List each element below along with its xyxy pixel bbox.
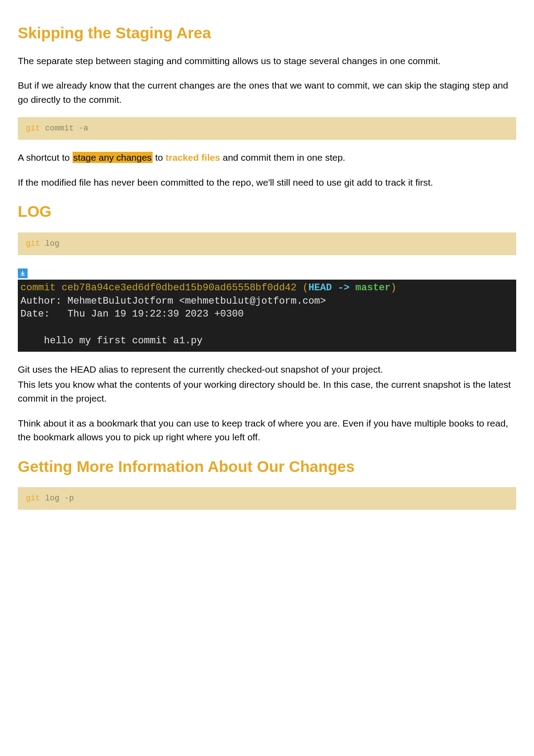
text: and commit them in one step.	[220, 152, 345, 163]
paragraph: If the modified file has never been comm…	[18, 175, 516, 190]
heading-skipping-staging: Skipping the Staging Area	[18, 21, 516, 45]
bold-text: tracked files	[166, 152, 220, 163]
code-block-git-log-p: git log -p	[18, 487, 516, 510]
code-keyword: git	[26, 494, 40, 503]
paragraph: This lets you know what the contents of …	[18, 378, 516, 406]
text: to	[153, 152, 166, 163]
code-block-git-log: git log	[18, 232, 516, 255]
terminal-output: commit ceb78a94ce3ed6df0dbed15b90ad65558…	[18, 280, 516, 352]
highlighted-text: stage any changes	[73, 152, 153, 163]
paragraph: But if we already know that the current …	[18, 78, 516, 106]
terminal-head-ref: HEAD ->	[308, 282, 356, 293]
terminal-line-author: Author: MehmetBulutJotform <mehmetbulut@…	[20, 296, 326, 307]
terminal-paren: (	[297, 282, 308, 293]
code-keyword: git	[26, 124, 40, 133]
paragraph: Git uses the HEAD alias to represent the…	[18, 362, 516, 377]
terminal-line-message: hello my first commit a1.py	[20, 335, 202, 346]
terminal-branch: master	[356, 282, 391, 293]
heading-log: LOG	[18, 200, 516, 224]
download-icon[interactable]	[18, 268, 28, 278]
terminal-paren: )	[391, 282, 396, 293]
heading-more-info: Getting More Information About Our Chang…	[18, 455, 516, 479]
terminal-line-commit: commit ceb78a94ce3ed6df0dbed15b90ad65558…	[20, 282, 297, 293]
code-keyword: git	[26, 239, 40, 248]
paragraph: Think about it as a bookmark that you ca…	[18, 416, 516, 444]
code-block-git-commit-a: git commit -a	[18, 117, 516, 140]
code-text: log -p	[40, 494, 74, 503]
terminal-line-date: Date: Thu Jan 19 19:22:39 2023 +0300	[20, 309, 244, 320]
code-text: commit -a	[40, 124, 88, 133]
terminal-output-wrapper: commit ceb78a94ce3ed6df0dbed15b90ad65558…	[18, 266, 516, 352]
paragraph: A shortcut to stage any changes to track…	[18, 150, 516, 165]
code-text: log	[40, 239, 59, 248]
text: A shortcut to	[18, 152, 73, 163]
paragraph: The separate step between staging and co…	[18, 54, 516, 68]
